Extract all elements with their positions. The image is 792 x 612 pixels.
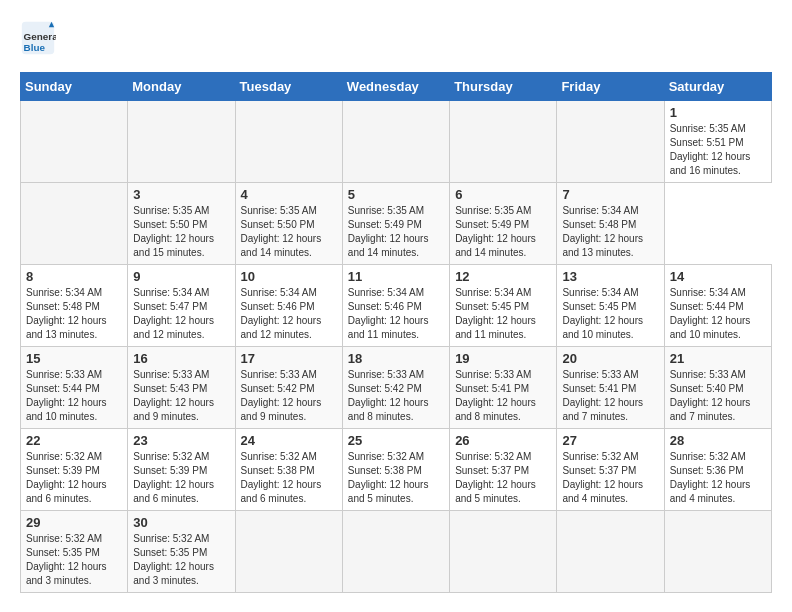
calendar-cell-empty bbox=[557, 511, 664, 593]
day-number: 18 bbox=[348, 351, 444, 366]
day-info: Sunrise: 5:35 AMSunset: 5:50 PMDaylight:… bbox=[241, 204, 337, 260]
calendar-cell-empty bbox=[128, 101, 235, 183]
calendar-cell-day-6: 6 Sunrise: 5:35 AMSunset: 5:49 PMDayligh… bbox=[450, 183, 557, 265]
calendar-cell-day-21: 21 Sunrise: 5:33 AMSunset: 5:40 PMDaylig… bbox=[664, 347, 771, 429]
day-info: Sunrise: 5:33 AMSunset: 5:43 PMDaylight:… bbox=[133, 368, 229, 424]
calendar-cell-day-8: 8 Sunrise: 5:34 AMSunset: 5:48 PMDayligh… bbox=[21, 265, 128, 347]
calendar-row: 15 Sunrise: 5:33 AMSunset: 5:44 PMDaylig… bbox=[21, 347, 772, 429]
day-number: 15 bbox=[26, 351, 122, 366]
day-number: 30 bbox=[133, 515, 229, 530]
day-number: 7 bbox=[562, 187, 658, 202]
day-info: Sunrise: 5:35 AMSunset: 5:49 PMDaylight:… bbox=[455, 204, 551, 260]
svg-text:Blue: Blue bbox=[24, 42, 46, 53]
day-info: Sunrise: 5:34 AMSunset: 5:44 PMDaylight:… bbox=[670, 286, 766, 342]
calendar-cell-day-22: 22 Sunrise: 5:32 AMSunset: 5:39 PMDaylig… bbox=[21, 429, 128, 511]
day-number: 11 bbox=[348, 269, 444, 284]
day-number: 13 bbox=[562, 269, 658, 284]
day-number: 10 bbox=[241, 269, 337, 284]
calendar-cell-day-12: 12 Sunrise: 5:34 AMSunset: 5:45 PMDaylig… bbox=[450, 265, 557, 347]
calendar-cell-day-20: 20 Sunrise: 5:33 AMSunset: 5:41 PMDaylig… bbox=[557, 347, 664, 429]
day-number: 21 bbox=[670, 351, 766, 366]
day-info: Sunrise: 5:32 AMSunset: 5:37 PMDaylight:… bbox=[455, 450, 551, 506]
calendar-cell-empty bbox=[235, 101, 342, 183]
logo: General Blue bbox=[20, 20, 60, 56]
day-number: 16 bbox=[133, 351, 229, 366]
day-number: 27 bbox=[562, 433, 658, 448]
day-number: 20 bbox=[562, 351, 658, 366]
day-info: Sunrise: 5:34 AMSunset: 5:46 PMDaylight:… bbox=[348, 286, 444, 342]
calendar-cell-empty bbox=[664, 511, 771, 593]
calendar-cell-day-27: 27 Sunrise: 5:32 AMSunset: 5:37 PMDaylig… bbox=[557, 429, 664, 511]
calendar-cell-empty bbox=[342, 511, 449, 593]
day-info: Sunrise: 5:34 AMSunset: 5:48 PMDaylight:… bbox=[26, 286, 122, 342]
day-number: 28 bbox=[670, 433, 766, 448]
calendar-row: 1 Sunrise: 5:35 AMSunset: 5:51 PMDayligh… bbox=[21, 101, 772, 183]
day-number: 26 bbox=[455, 433, 551, 448]
day-info: Sunrise: 5:34 AMSunset: 5:45 PMDaylight:… bbox=[455, 286, 551, 342]
calendar-cell-day-30: 30 Sunrise: 5:32 AMSunset: 5:35 PMDaylig… bbox=[128, 511, 235, 593]
column-header-monday: Monday bbox=[128, 73, 235, 101]
day-info: Sunrise: 5:34 AMSunset: 5:46 PMDaylight:… bbox=[241, 286, 337, 342]
day-number: 9 bbox=[133, 269, 229, 284]
day-number: 24 bbox=[241, 433, 337, 448]
day-number: 5 bbox=[348, 187, 444, 202]
calendar-cell-day-17: 17 Sunrise: 5:33 AMSunset: 5:42 PMDaylig… bbox=[235, 347, 342, 429]
day-info: Sunrise: 5:32 AMSunset: 5:35 PMDaylight:… bbox=[133, 532, 229, 588]
day-number: 22 bbox=[26, 433, 122, 448]
calendar-cell-day-4: 4 Sunrise: 5:35 AMSunset: 5:50 PMDayligh… bbox=[235, 183, 342, 265]
calendar-cell-day-29: 29 Sunrise: 5:32 AMSunset: 5:35 PMDaylig… bbox=[21, 511, 128, 593]
day-info: Sunrise: 5:32 AMSunset: 5:38 PMDaylight:… bbox=[348, 450, 444, 506]
day-number: 25 bbox=[348, 433, 444, 448]
day-info: Sunrise: 5:33 AMSunset: 5:42 PMDaylight:… bbox=[241, 368, 337, 424]
calendar-cell-empty bbox=[21, 101, 128, 183]
day-info: Sunrise: 5:35 AMSunset: 5:49 PMDaylight:… bbox=[348, 204, 444, 260]
day-number: 3 bbox=[133, 187, 229, 202]
column-header-saturday: Saturday bbox=[664, 73, 771, 101]
day-info: Sunrise: 5:33 AMSunset: 5:41 PMDaylight:… bbox=[455, 368, 551, 424]
calendar-row: 3 Sunrise: 5:35 AMSunset: 5:50 PMDayligh… bbox=[21, 183, 772, 265]
day-info: Sunrise: 5:35 AMSunset: 5:51 PMDaylight:… bbox=[670, 122, 766, 178]
day-info: Sunrise: 5:32 AMSunset: 5:39 PMDaylight:… bbox=[133, 450, 229, 506]
svg-text:General: General bbox=[24, 31, 56, 42]
day-number: 1 bbox=[670, 105, 766, 120]
column-header-wednesday: Wednesday bbox=[342, 73, 449, 101]
day-info: Sunrise: 5:33 AMSunset: 5:44 PMDaylight:… bbox=[26, 368, 122, 424]
day-number: 29 bbox=[26, 515, 122, 530]
calendar-cell-day-26: 26 Sunrise: 5:32 AMSunset: 5:37 PMDaylig… bbox=[450, 429, 557, 511]
calendar-cell-day-9: 9 Sunrise: 5:34 AMSunset: 5:47 PMDayligh… bbox=[128, 265, 235, 347]
calendar-cell-empty bbox=[235, 511, 342, 593]
calendar-cell-empty bbox=[21, 183, 128, 265]
day-info: Sunrise: 5:33 AMSunset: 5:41 PMDaylight:… bbox=[562, 368, 658, 424]
column-header-friday: Friday bbox=[557, 73, 664, 101]
calendar-cell-empty bbox=[450, 101, 557, 183]
day-info: Sunrise: 5:35 AMSunset: 5:50 PMDaylight:… bbox=[133, 204, 229, 260]
day-info: Sunrise: 5:32 AMSunset: 5:39 PMDaylight:… bbox=[26, 450, 122, 506]
calendar-table: SundayMondayTuesdayWednesdayThursdayFrid… bbox=[20, 72, 772, 593]
calendar-cell-day-14: 14 Sunrise: 5:34 AMSunset: 5:44 PMDaylig… bbox=[664, 265, 771, 347]
day-info: Sunrise: 5:32 AMSunset: 5:38 PMDaylight:… bbox=[241, 450, 337, 506]
calendar-row: 22 Sunrise: 5:32 AMSunset: 5:39 PMDaylig… bbox=[21, 429, 772, 511]
day-number: 14 bbox=[670, 269, 766, 284]
calendar-cell-day-11: 11 Sunrise: 5:34 AMSunset: 5:46 PMDaylig… bbox=[342, 265, 449, 347]
day-info: Sunrise: 5:34 AMSunset: 5:45 PMDaylight:… bbox=[562, 286, 658, 342]
calendar-cell-empty bbox=[557, 101, 664, 183]
day-number: 19 bbox=[455, 351, 551, 366]
calendar-row: 8 Sunrise: 5:34 AMSunset: 5:48 PMDayligh… bbox=[21, 265, 772, 347]
column-header-tuesday: Tuesday bbox=[235, 73, 342, 101]
calendar-cell-day-15: 15 Sunrise: 5:33 AMSunset: 5:44 PMDaylig… bbox=[21, 347, 128, 429]
day-info: Sunrise: 5:32 AMSunset: 5:35 PMDaylight:… bbox=[26, 532, 122, 588]
day-number: 12 bbox=[455, 269, 551, 284]
calendar-cell-day-24: 24 Sunrise: 5:32 AMSunset: 5:38 PMDaylig… bbox=[235, 429, 342, 511]
page-header: General Blue bbox=[20, 20, 772, 56]
calendar-cell-day-25: 25 Sunrise: 5:32 AMSunset: 5:38 PMDaylig… bbox=[342, 429, 449, 511]
calendar-cell-day-16: 16 Sunrise: 5:33 AMSunset: 5:43 PMDaylig… bbox=[128, 347, 235, 429]
calendar-cell-day-13: 13 Sunrise: 5:34 AMSunset: 5:45 PMDaylig… bbox=[557, 265, 664, 347]
calendar-row: 29 Sunrise: 5:32 AMSunset: 5:35 PMDaylig… bbox=[21, 511, 772, 593]
calendar-cell-empty bbox=[450, 511, 557, 593]
calendar-cell-day-18: 18 Sunrise: 5:33 AMSunset: 5:42 PMDaylig… bbox=[342, 347, 449, 429]
day-info: Sunrise: 5:34 AMSunset: 5:47 PMDaylight:… bbox=[133, 286, 229, 342]
calendar-cell-day-23: 23 Sunrise: 5:32 AMSunset: 5:39 PMDaylig… bbox=[128, 429, 235, 511]
calendar-cell-empty bbox=[342, 101, 449, 183]
day-number: 6 bbox=[455, 187, 551, 202]
calendar-cell-day-3: 3 Sunrise: 5:35 AMSunset: 5:50 PMDayligh… bbox=[128, 183, 235, 265]
